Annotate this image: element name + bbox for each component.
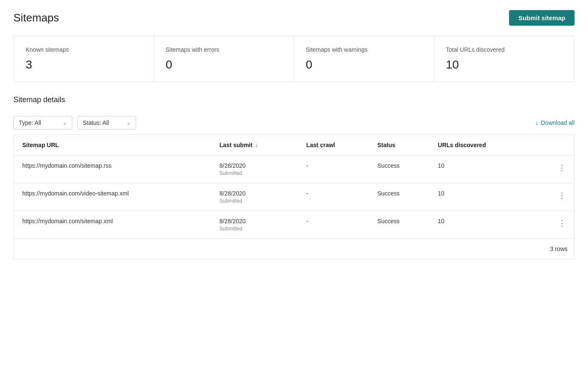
download-icon: ↓ [535, 119, 538, 127]
cell-last-crawl-1: - [298, 183, 369, 211]
cell-last-crawl-0: - [298, 156, 369, 183]
col-header-sitemap-url: Sitemap URL [14, 135, 211, 156]
stat-label-known-sitemaps: Known sitemaps [26, 46, 142, 53]
col-header-actions [532, 135, 574, 156]
more-options-button-2[interactable]: ⋮ [556, 218, 567, 229]
cell-last-submit-2: 8/28/2020 Submitted [211, 211, 298, 239]
submit-sub-1: Submitted [220, 198, 291, 204]
page-container: Sitemaps Submit sitemap Known sitemaps 3… [0, 0, 588, 367]
stat-label-errors: Sitemaps with errors [166, 46, 282, 53]
cell-urls-discovered-0: 10 [430, 156, 532, 183]
cell-last-crawl-2: - [298, 211, 369, 239]
col-header-last-submit[interactable]: Last submit ↓ [211, 135, 298, 156]
cell-url-1: https://mydomain.com/video-sitemap.xml [14, 183, 211, 211]
cell-more-2: ⋮ [532, 211, 574, 239]
more-options-button-0[interactable]: ⋮ [556, 162, 567, 173]
stat-card-errors: Sitemaps with errors 0 [154, 36, 294, 82]
cell-more-0: ⋮ [532, 156, 574, 183]
table-row: https://mydomain.com/sitemap.xml 8/28/20… [14, 211, 575, 239]
stat-value-warnings: 0 [306, 58, 422, 71]
filter-left: Type: All ⌄ Status: All ⌄ [13, 116, 136, 129]
type-filter-chevron-icon: ⌄ [63, 120, 67, 126]
stat-card-urls-discovered: Total URLs discovered 10 [434, 36, 575, 82]
section-title: Sitemap details [13, 95, 575, 104]
table-footer-count: 3 rows [14, 239, 575, 259]
col-header-urls-discovered: URLs discovered [430, 135, 532, 156]
page-header: Sitemaps Submit sitemap [13, 10, 575, 26]
sort-descending-icon: ↓ [255, 142, 258, 148]
col-header-last-crawl: Last crawl [298, 135, 369, 156]
table-header-row: Sitemap URL Last submit ↓ Last crawl Sta… [14, 135, 575, 156]
stat-value-known-sitemaps: 3 [26, 58, 142, 71]
cell-status-2: Success [369, 211, 430, 239]
sitemap-table: Sitemap URL Last submit ↓ Last crawl Sta… [13, 135, 575, 259]
download-all-button[interactable]: ↓ Download all [535, 119, 575, 127]
cell-status-0: Success [369, 156, 430, 183]
table-row: https://mydomain.com/video-sitemap.xml 8… [14, 183, 575, 211]
cell-urls-discovered-1: 10 [430, 183, 532, 211]
stat-value-urls-discovered: 10 [446, 58, 563, 71]
stat-label-warnings: Sitemaps with warnings [306, 46, 422, 53]
col-header-status: Status [369, 135, 430, 156]
page-title: Sitemaps [13, 11, 59, 24]
submit-sub-2: Submitted [220, 226, 291, 232]
status-filter-select[interactable]: Status: All ⌄ [77, 116, 136, 129]
more-options-button-1[interactable]: ⋮ [556, 190, 567, 201]
filter-bar: Type: All ⌄ Status: All ⌄ ↓ Download all [13, 111, 575, 135]
stat-card-warnings: Sitemaps with warnings 0 [294, 36, 434, 82]
download-all-label: Download all [541, 119, 575, 126]
table-footer-row: 3 rows [14, 239, 575, 259]
submit-date-1: 8/28/2020 [220, 190, 291, 197]
submit-sub-0: Submitted [220, 170, 291, 176]
type-filter-select[interactable]: Type: All ⌄ [13, 116, 72, 129]
status-filter-label: Status: All [83, 119, 123, 126]
submit-sitemap-button[interactable]: Submit sitemap [509, 10, 575, 26]
status-filter-chevron-icon: ⌄ [126, 120, 131, 126]
stat-card-known-sitemaps: Known sitemaps 3 [14, 36, 154, 82]
cell-urls-discovered-2: 10 [430, 211, 532, 239]
stats-row: Known sitemaps 3 Sitemaps with errors 0 … [13, 36, 575, 82]
cell-last-submit-0: 8/28/2020 Submitted [211, 156, 298, 183]
submit-date-2: 8/28/2020 [220, 218, 291, 224]
cell-more-1: ⋮ [532, 183, 574, 211]
cell-last-submit-1: 8/28/2020 Submitted [211, 183, 298, 211]
type-filter-label: Type: All [19, 119, 59, 126]
cell-status-1: Success [369, 183, 430, 211]
table-row: https://mydomain.com/sitemap.rss 8/28/20… [14, 156, 575, 183]
cell-url-0: https://mydomain.com/sitemap.rss [14, 156, 211, 183]
cell-url-2: https://mydomain.com/sitemap.xml [14, 211, 211, 239]
stat-value-errors: 0 [166, 58, 282, 71]
stat-label-urls-discovered: Total URLs discovered [446, 46, 563, 53]
submit-date-0: 8/28/2020 [220, 162, 291, 169]
